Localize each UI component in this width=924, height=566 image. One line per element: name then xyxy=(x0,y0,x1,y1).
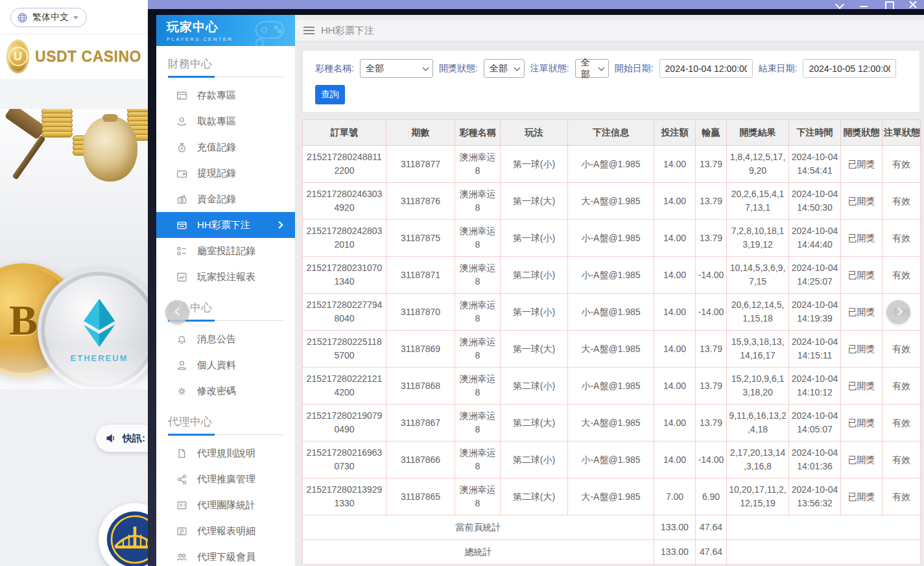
win-loss: 6.90 xyxy=(696,478,727,515)
order-status-select-value: 全部 xyxy=(581,57,594,80)
draw-result: 7,2,8,10,18,13,19,12 xyxy=(727,220,789,257)
win-loss: 13.79 xyxy=(696,146,727,183)
brand-ball-icon: U xyxy=(6,40,29,73)
lottery-name: 澳洲幸运8 xyxy=(455,405,501,442)
period: 31187871 xyxy=(386,257,455,294)
sidebar-item[interactable]: 廳室投註記錄 xyxy=(156,238,295,264)
sidebar-item[interactable]: 玩家投注報表 xyxy=(156,264,295,290)
column-header: 玩法 xyxy=(501,120,568,146)
period: 31187865 xyxy=(386,478,455,515)
decor-band xyxy=(0,79,148,109)
bet-time: 2024-10-04 14:50:30 xyxy=(789,183,841,220)
order-status-label: 注單狀態: xyxy=(530,63,569,75)
window-close-button[interactable] xyxy=(908,1,918,8)
sidebar-item[interactable]: HH彩票下注 xyxy=(156,212,295,238)
lottery-select[interactable]: 全部 xyxy=(360,59,433,78)
caret-down-icon xyxy=(73,16,78,19)
draw-status: 已開獎 xyxy=(841,405,883,442)
background-site-panel: 繁体中文 U USDT CASINO xyxy=(0,0,148,566)
sidebar-item-label: 代理團隊統計 xyxy=(197,499,255,512)
bet-time: 2024-10-04 14:54:41 xyxy=(789,146,841,183)
draw-status: 已開獎 xyxy=(841,478,883,515)
sidebar-item[interactable]: 資金記錄 xyxy=(156,186,295,212)
bet-info: 大-A盤@1.985 xyxy=(568,331,654,368)
lottery-name: 澳洲幸运8 xyxy=(455,331,501,368)
order-status: 有效 xyxy=(883,478,921,515)
window-chevron-down-icon[interactable] xyxy=(835,1,844,8)
brand-name: USDT CASINO xyxy=(35,48,141,65)
summary-empty-cell xyxy=(727,540,921,565)
play-type: 第一球(大) xyxy=(501,331,568,368)
window-titlebar xyxy=(148,0,924,9)
language-selector[interactable]: 繁体中文 xyxy=(10,8,87,27)
recharge-bag-icon xyxy=(176,142,187,153)
sidebar-item[interactable]: 充值記錄 xyxy=(156,134,295,160)
sidebar-item[interactable]: 代理報表明細 xyxy=(156,518,295,544)
globe-icon xyxy=(17,12,28,23)
bet-info: 大-A盤@1.985 xyxy=(568,183,654,220)
play-type: 第二球(大) xyxy=(501,405,568,442)
sidebar-item[interactable]: 個人資料 xyxy=(156,352,295,378)
main-content: HH彩票下注 彩種名稱: 全部 開獎狀態: 全部 xyxy=(295,15,924,566)
glare-overlay xyxy=(0,344,148,389)
order-status: 有效 xyxy=(883,331,921,368)
bet-info: 小-A盤@1.985 xyxy=(568,220,654,257)
draw-result: 20,6,12,14,5,1,15,18 xyxy=(727,294,789,331)
sidebar-item[interactable]: 提現記錄 xyxy=(156,160,295,186)
team-stats-icon xyxy=(176,500,187,511)
table-row: 215217280213929133031187865澳洲幸运8第二球(大)大-… xyxy=(303,478,921,515)
news-ticker[interactable]: 快訊: xyxy=(96,425,148,452)
sidebar-item-label: 玩家投注報表 xyxy=(197,271,255,283)
sidebar-item[interactable]: 修改密碼 xyxy=(156,378,295,404)
draw-result: 9,11,6,16,13,2,4,18 xyxy=(727,405,789,442)
bet-info: 小-A盤@1.985 xyxy=(568,257,654,294)
gavel-graphic xyxy=(5,109,47,140)
collapse-left-arrow-button[interactable] xyxy=(165,300,189,324)
lottery-name-label: 彩種名稱: xyxy=(315,63,354,75)
period: 31187868 xyxy=(386,368,455,405)
play-type: 第二球(小) xyxy=(501,368,568,405)
table-row: 215217280227794804031187870澳洲幸运8第一球(小)小-… xyxy=(303,294,921,331)
section-underline xyxy=(168,75,283,77)
page-title: HH彩票下注 xyxy=(321,25,374,37)
bet-amount: 14.00 xyxy=(654,294,696,331)
end-date-input[interactable] xyxy=(803,59,896,78)
sidebar-item-label: 消息公告 xyxy=(197,333,236,346)
sidebar-item[interactable]: 代理推廣管理 xyxy=(156,466,295,492)
bet-amount: 14.00 xyxy=(654,257,696,294)
sidebar-item[interactable]: 代理規則說明 xyxy=(156,440,295,466)
start-date-input[interactable] xyxy=(659,59,753,78)
win-loss: 13.79 xyxy=(696,368,727,405)
sidebar-item[interactable]: 消息公告 xyxy=(156,326,295,352)
bet-table: 訂單號期數彩種名稱玩法下注信息投注額輸贏開獎結果下注時間開獎狀態注單狀態 215… xyxy=(302,119,920,565)
bet-info: 小-A盤@1.985 xyxy=(568,442,654,478)
column-header: 下注信息 xyxy=(568,120,654,146)
win-loss: 13.79 xyxy=(696,331,727,368)
draw-status: 已開獎 xyxy=(841,257,883,294)
order-status: 有效 xyxy=(883,442,921,478)
order-status-select[interactable]: 全部 xyxy=(575,59,609,78)
collapse-right-arrow-button[interactable] xyxy=(886,300,910,324)
summary-label: 總統計 xyxy=(303,540,654,565)
sidebar-item[interactable]: 代理下級會員 xyxy=(156,544,295,566)
window-minimize-button[interactable] xyxy=(859,1,868,8)
chevron-down-icon xyxy=(514,64,520,71)
query-button[interactable]: 查詢 xyxy=(315,85,345,104)
draw-status: 已開獎 xyxy=(841,146,883,183)
window-maximize-button[interactable] xyxy=(884,1,893,8)
order-no: 2152172802488112200 xyxy=(303,146,386,183)
sidebar-item[interactable]: 存款專區 xyxy=(156,82,295,108)
bet-table-body: 215217280248811220031187877澳洲幸运8第一球(小)小-… xyxy=(303,146,921,565)
bet-amount: 14.00 xyxy=(654,331,696,368)
bet-amount: 7.00 xyxy=(654,478,696,515)
bet-table-header-row: 訂單號期數彩種名稱玩法下注信息投注額輸贏開獎結果下注時間開獎狀態注單狀態 xyxy=(303,120,921,146)
bet-time: 2024-10-04 14:25:07 xyxy=(789,257,841,294)
end-date-label: 結束日期: xyxy=(759,63,798,75)
column-header: 輸贏 xyxy=(696,120,727,146)
draw-status-select[interactable]: 全部 xyxy=(484,59,525,78)
lottery-select-value: 全部 xyxy=(366,63,384,75)
sidebar-item[interactable]: 代理團隊統計 xyxy=(156,492,295,518)
win-loss: 13.79 xyxy=(696,183,727,220)
sidebar-item[interactable]: 取款專區 xyxy=(156,108,295,134)
menu-toggle-icon[interactable] xyxy=(303,27,314,35)
